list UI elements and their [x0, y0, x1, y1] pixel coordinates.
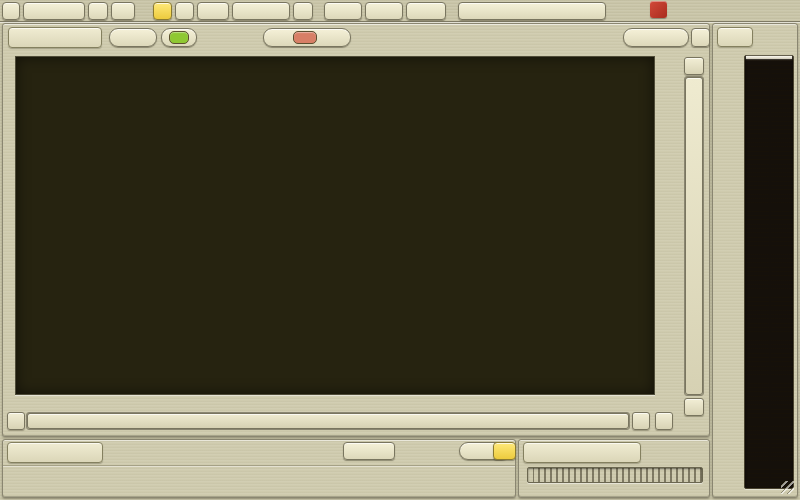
stat-true-peak-clippings	[189, 466, 334, 467]
settings-gear-icon[interactable]	[691, 28, 710, 47]
tab-spectrum[interactable]	[8, 27, 102, 48]
spectrum-svg	[16, 57, 654, 394]
meter-channel-left	[747, 57, 769, 487]
toolbar	[0, 0, 800, 22]
statistics-header	[3, 440, 515, 466]
underlay-right-button[interactable]	[263, 28, 351, 47]
voxengo-logo-icon	[650, 1, 667, 18]
zoom-diamond-button[interactable]	[655, 412, 673, 430]
correlation-bar-segments	[528, 468, 702, 482]
copy-button[interactable]	[406, 2, 446, 20]
hold-button[interactable]	[109, 28, 157, 47]
correlation-meter-panel	[518, 439, 710, 498]
meter-channel-right	[771, 57, 793, 487]
resize-grip[interactable]	[781, 481, 794, 494]
output-meter-scale	[713, 56, 744, 488]
tab-correlation-meter[interactable]	[523, 442, 641, 463]
stat-max-crest-factor	[29, 466, 159, 467]
red-swatch-icon	[293, 31, 317, 44]
horizontal-scrollbar-thumb[interactable]	[27, 413, 629, 429]
scroll-right-button[interactable]	[632, 412, 650, 430]
hold-color-swatch-button[interactable]	[161, 28, 197, 47]
output-meter-panel	[712, 23, 798, 498]
true-peak-toggle[interactable]	[493, 442, 516, 460]
routing-button[interactable]	[232, 2, 290, 20]
frequency-scale	[15, 394, 655, 410]
mode-select[interactable]	[623, 28, 689, 47]
help-button[interactable]	[2, 2, 20, 20]
left-channel-button[interactable]	[324, 2, 362, 20]
correlation-scale	[527, 485, 703, 497]
brand	[650, 1, 674, 18]
correlation-bar	[527, 467, 703, 483]
undo-history-icon[interactable]	[111, 2, 135, 20]
scroll-up-button[interactable]	[684, 57, 704, 75]
peak-hold-line	[746, 56, 792, 59]
tab-statistics[interactable]	[7, 442, 103, 463]
reset-button[interactable]	[343, 442, 395, 460]
ab-slot-b-button[interactable]	[175, 2, 194, 20]
spectrum-panel	[2, 23, 710, 437]
ab-slot-a-button[interactable]	[153, 2, 172, 20]
stat-true-peak	[371, 466, 496, 467]
routing-dropdown-icon[interactable]	[293, 2, 313, 20]
scroll-left-button[interactable]	[7, 412, 25, 430]
statistics-panel	[2, 439, 516, 498]
scroll-down-button[interactable]	[684, 398, 704, 416]
spectrum-graph[interactable]	[15, 56, 655, 395]
db-scale	[655, 56, 683, 394]
copy-a-to-b-button[interactable]	[197, 2, 229, 20]
solo-button[interactable]	[365, 2, 403, 20]
span-plugin-window	[0, 0, 800, 500]
output-level-meter[interactable]	[744, 55, 794, 489]
green-swatch-icon	[169, 31, 189, 44]
tab-out[interactable]	[717, 27, 753, 47]
hide-meters-button[interactable]	[458, 2, 606, 20]
presets-dropdown-icon[interactable]	[88, 2, 108, 20]
vertical-scrollbar-thumb[interactable]	[685, 77, 703, 395]
presets-button[interactable]	[23, 2, 85, 20]
